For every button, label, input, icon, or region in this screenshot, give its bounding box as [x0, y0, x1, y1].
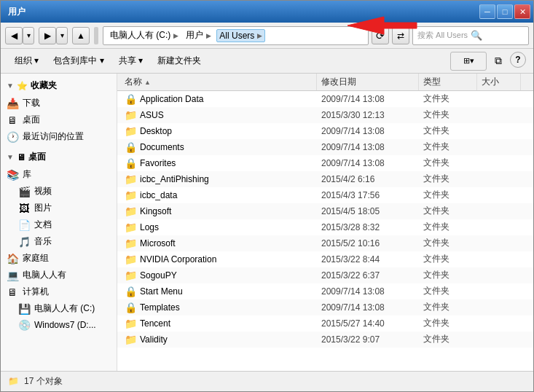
- breadcrumb-allusers-arrow[interactable]: ▶: [257, 32, 262, 39]
- table-row[interactable]: 🔒 Start Menu 2009/7/14 13:08 文件夹: [117, 283, 533, 299]
- toolbar: 组织 ▾ 包含到库中 ▾ 共享 ▾ 新建文件夹 ⊞▾ ⧉ ?: [1, 49, 533, 74]
- table-row[interactable]: 📁 Tencent 2015/5/27 14:40 文件夹: [117, 315, 533, 332]
- view-options-button[interactable]: ⊞▾: [450, 52, 487, 71]
- sidebar-item-docs-label: 文档: [34, 219, 52, 231]
- mycomputer-icon: 💻: [7, 270, 18, 281]
- desktop-header-icon: 🖥: [17, 152, 25, 162]
- sidebar-item-picture-label: 图片: [34, 202, 52, 214]
- col-size-label: 大小: [482, 76, 499, 88]
- close-button[interactable]: ✕: [514, 4, 530, 19]
- window-title: 用户: [8, 6, 25, 18]
- file-name-13: 🔒 Templates: [120, 302, 317, 313]
- breadcrumb-drive[interactable]: 电脑人人有 (C:) ▶: [108, 28, 181, 42]
- sidebar-item-music[interactable]: 🎵 音乐: [1, 233, 117, 250]
- file-name-5: 📁 icbc_AntiPhishing: [120, 173, 317, 185]
- desktop-fav-icon: 🖥: [7, 114, 18, 126]
- table-row[interactable]: 📁 Logs 2015/3/28 8:32 文件夹: [117, 219, 533, 235]
- breadcrumb-users[interactable]: 用户 ▶: [184, 28, 213, 42]
- file-name-2: 📁 Desktop: [120, 125, 317, 137]
- desktop-header-label: 桌面: [28, 151, 46, 163]
- table-row[interactable]: 🔒 Application Data 2009/7/14 13:08 文件夹: [117, 91, 533, 107]
- file-date-10: 2015/3/22 8:44: [317, 254, 419, 264]
- breadcrumb-allusers[interactable]: All Users ▶: [216, 29, 265, 42]
- col-size[interactable]: 大小: [477, 74, 521, 90]
- title-bar: 用户 ─ □ ✕: [1, 1, 533, 23]
- breadcrumb-users-arrow[interactable]: ▶: [206, 32, 211, 39]
- table-row[interactable]: 📁 Desktop 2009/7/14 13:08 文件夹: [117, 123, 533, 139]
- file-list-container: 名称 ▲ 修改日期 类型 大小 🔒 Application Data: [117, 74, 533, 371]
- sidebar-item-recent[interactable]: 🕐 最近访问的位置: [1, 128, 117, 145]
- sidebar-item-cdrive[interactable]: 💾 电脑人人有 (C:): [1, 300, 117, 317]
- file-date-1: 2015/3/30 12:13: [317, 110, 419, 120]
- library-button[interactable]: 包含到库中 ▾: [47, 52, 110, 71]
- organize-button[interactable]: 组织 ▾: [8, 52, 45, 71]
- sidebar-item-desktop-fav[interactable]: 🖥 桌面: [1, 111, 117, 128]
- desktop-header[interactable]: ▼ 🖥 桌面: [1, 148, 117, 166]
- sidebar-item-library[interactable]: 📚 库: [1, 166, 117, 183]
- table-row[interactable]: 🔒 Favorites 2009/7/14 13:08 文件夹: [117, 155, 533, 171]
- col-type[interactable]: 类型: [419, 74, 477, 90]
- forward-dropdown[interactable]: ▾: [56, 27, 68, 44]
- table-row[interactable]: 📁 icbc_AntiPhishing 2015/4/2 6:16 文件夹: [117, 171, 533, 187]
- search-box[interactable]: 搜索 All Users 🔍: [412, 26, 529, 45]
- table-row[interactable]: 📁 icbc_data 2015/4/3 17:56 文件夹: [117, 187, 533, 203]
- file-date-8: 2015/3/28 8:32: [317, 222, 419, 232]
- prev-locations-button[interactable]: ⇄: [392, 27, 409, 44]
- table-row[interactable]: 📁 Microsoft 2015/5/2 10:16 文件夹: [117, 235, 533, 251]
- sidebar-item-download[interactable]: 📥 下载: [1, 95, 117, 111]
- file-type-8: 文件夹: [419, 221, 477, 233]
- breadcrumb-drive-arrow[interactable]: ▶: [173, 32, 178, 39]
- minimize-button[interactable]: ─: [479, 4, 495, 19]
- file-date-2: 2009/7/14 13:08: [317, 126, 419, 136]
- folder-icon-11: 📁: [125, 270, 137, 281]
- forward-button[interactable]: ▶: [39, 27, 56, 44]
- file-date-13: 2009/7/14 13:08: [317, 302, 419, 313]
- table-row[interactable]: 📁 SogouPY 2015/3/22 6:37 文件夹: [117, 267, 533, 283]
- new-folder-button[interactable]: 新建文件夹: [151, 52, 208, 71]
- table-row[interactable]: 📁 Kingsoft 2015/4/5 18:05 文件夹: [117, 203, 533, 219]
- file-type-11: 文件夹: [419, 269, 477, 281]
- breadcrumb-drive-label: 电脑人人有 (C:): [110, 29, 170, 42]
- file-type-6: 文件夹: [419, 189, 477, 201]
- table-row[interactable]: 🔒 Templates 2009/7/14 13:08 文件夹: [117, 299, 533, 315]
- folder-icon-10: 📁: [125, 254, 137, 265]
- help-button[interactable]: ?: [510, 52, 526, 68]
- share-button[interactable]: 共享 ▾: [112, 52, 149, 71]
- table-row[interactable]: 📁 ASUS 2015/3/30 12:13 文件夹: [117, 107, 533, 123]
- file-name-6: 📁 icbc_data: [120, 189, 317, 201]
- music-icon: 🎵: [18, 236, 30, 248]
- file-date-7: 2015/4/5 18:05: [317, 206, 419, 216]
- col-name[interactable]: 名称 ▲: [120, 74, 317, 90]
- maximize-button[interactable]: □: [497, 4, 513, 19]
- sidebar-item-homegroup[interactable]: 🏠 家庭组: [1, 250, 117, 267]
- sidebar-item-computer[interactable]: 🖥 计算机: [1, 283, 117, 300]
- download-icon: 📥: [7, 98, 18, 109]
- folder-icon-5: 📁: [125, 173, 137, 185]
- sidebar-item-docs[interactable]: 📄 文档: [1, 216, 117, 233]
- sidebar-item-mycomputer-label: 电脑人人有: [23, 269, 66, 281]
- breadcrumb-bar[interactable]: 电脑人人有 (C:) ▶ 用户 ▶ All Users ▶: [103, 26, 369, 45]
- sidebar-item-ddrive[interactable]: 💿 Windows7 (D:...: [1, 317, 117, 333]
- sidebar-item-video[interactable]: 🎬 视频: [1, 183, 117, 200]
- sort-arrow: ▲: [144, 79, 151, 86]
- col-date[interactable]: 修改日期: [317, 74, 419, 90]
- folder-icon-14: 📁: [125, 318, 137, 329]
- folder-icon-small: [94, 27, 98, 44]
- up-button[interactable]: ▲: [72, 27, 90, 44]
- refresh-button[interactable]: ⟳: [372, 27, 389, 44]
- col-name-label: 名称: [125, 76, 142, 88]
- desktop-section: ▼ 🖥 桌面 📚 库 🎬 视频 🖼 图片 📄: [1, 148, 117, 333]
- folder-icon-0: 🔒: [125, 93, 137, 105]
- table-row[interactable]: 📁 NVIDIA Corporation 2015/3/22 8:44 文件夹: [117, 251, 533, 267]
- table-row[interactable]: 🔒 Documents 2009/7/14 13:08 文件夹: [117, 139, 533, 155]
- table-row[interactable]: 📁 Validity 2015/3/22 9:07 文件夹: [117, 332, 533, 348]
- file-date-4: 2009/7/14 13:08: [317, 158, 419, 168]
- file-name-14: 📁 Tencent: [120, 318, 317, 329]
- sidebar-item-picture[interactable]: 🖼 图片: [1, 200, 117, 216]
- back-button[interactable]: ◀: [5, 27, 23, 44]
- favorites-header[interactable]: ▼ ⭐ 收藏夹: [1, 77, 117, 95]
- sidebar-item-mycomputer[interactable]: 💻 电脑人人有: [1, 267, 117, 283]
- back-dropdown[interactable]: ▾: [23, 27, 34, 44]
- preview-pane-button[interactable]: ⧉: [488, 52, 509, 71]
- file-type-9: 文件夹: [419, 237, 477, 249]
